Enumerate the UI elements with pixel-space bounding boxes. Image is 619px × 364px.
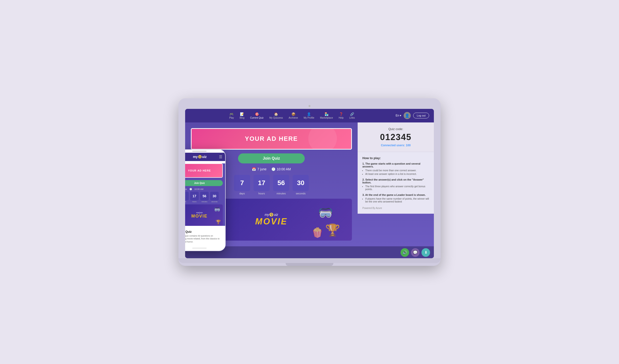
countdown-seconds: 30 seconds: [293, 175, 309, 195]
myquiz-rest: uiz: [274, 213, 278, 217]
laptop-container: 🎮 Play 📝 Blog 🎯 Current Quiz 🏠 My Quizze…: [179, 98, 440, 266]
phone-oscar-icon: 🏆: [216, 219, 221, 225]
phone-seconds-num: 30: [210, 192, 219, 200]
nav-item-help[interactable]: ❓ Help: [336, 111, 346, 120]
nav-right: En ▾ 👤 Log out: [396, 112, 429, 119]
nav-item-my-profile[interactable]: 👤 My Profile: [301, 111, 317, 120]
quiz-code-box: Quiz code: 012345 Connected users: 100: [358, 123, 434, 152]
how-to-bullet-1-2: At least one answer option in a list is …: [365, 172, 429, 175]
sound-button[interactable]: 🔊: [401, 248, 409, 257]
phone-minutes-num: 56: [200, 192, 209, 200]
phone-count-days: 7 days: [185, 192, 189, 202]
how-to-play: How to play: 1. The game starts with a q…: [358, 152, 434, 214]
how-to-heading-3: 3. At the end of the game a Leader board…: [362, 194, 429, 196]
nav-items: 🎮 Play 📝 Blog 🎯 Current Quiz 🏠 My Quizze…: [190, 111, 394, 120]
time-value: 10:00 AM: [277, 167, 291, 171]
nav-item-my-quizzess[interactable]: 🏠 My Quizzess: [267, 111, 285, 120]
chat-icon: 💬: [413, 250, 418, 255]
archieve-icon: 📦: [291, 112, 295, 116]
quiz-code-number: 012345: [362, 132, 429, 142]
phone-logo-text: my: [193, 155, 198, 159]
hours-label: hours: [258, 192, 265, 195]
hours-number: 17: [253, 175, 270, 191]
phone-date: 7 june: [185, 188, 187, 190]
countdown-days: 7 days: [234, 175, 250, 195]
myquiz-q-icon: Q: [269, 213, 273, 217]
lang-selector[interactable]: En ▾: [396, 114, 401, 117]
laptop-camera: [309, 105, 310, 107]
phone-overlay: 🔔 my Q uiz ☰ YOUR AD HERE Join Quiz 📅: [185, 149, 226, 251]
nav-bar: 🎮 Play 📝 Blog 🎯 Current Quiz 🏠 My Quizze…: [185, 109, 434, 123]
download-button[interactable]: ⬇: [422, 248, 430, 257]
date-value: 7 june: [257, 167, 266, 171]
my-quizzess-icon: 🏠: [274, 112, 278, 116]
nav-label-marketplace: Marketplace: [320, 116, 333, 119]
phone-minutes-label: minutes: [202, 201, 208, 202]
nav-label-my-quizzess: My Quizzess: [269, 116, 283, 119]
days-number: 7: [234, 175, 250, 191]
phone-count-hours: 17 hours: [190, 192, 199, 202]
join-quiz-button[interactable]: Join Quiz: [238, 154, 305, 163]
popcorn-icon: 🍿: [311, 227, 323, 238]
phone-datetime: 📅 7 june 🕙 10:00 AM: [185, 188, 225, 192]
ad-banner: YOUR AD HERE: [191, 128, 352, 150]
phone-glasses-icon: 🥽: [214, 206, 220, 212]
nav-item-marketplace[interactable]: 🏪 Marketplace: [318, 111, 335, 120]
ad-text: YOUR AD HERE: [245, 135, 298, 142]
sound-icon: 🔊: [402, 250, 407, 255]
download-icon: ⬇: [424, 250, 427, 255]
quiz-code-label: Quiz code:: [362, 127, 429, 131]
date-item: 📅 7 june: [252, 167, 266, 171]
marketplace-icon: 🏪: [324, 112, 329, 116]
phone-hours-num: 17: [190, 192, 199, 200]
how-to-heading-2: 2. Select the answer(s) and click on the…: [362, 178, 429, 184]
how-to-title: How to play:: [362, 156, 429, 160]
phone-time: 10:00 AM: [195, 188, 203, 190]
countdown-minutes: 56 minutes: [273, 175, 289, 195]
nav-item-play[interactable]: 🎮 Play: [227, 111, 236, 120]
phone-join-quiz-button[interactable]: Join Quiz: [185, 180, 223, 186]
time-item: 🕙 10:00 AM: [271, 167, 291, 171]
nav-item-current-quiz[interactable]: 🎯 Current Quiz: [248, 111, 266, 120]
logout-button[interactable]: Log out: [413, 113, 429, 118]
connected-count: 100: [406, 144, 410, 147]
nav-label-help: Help: [338, 116, 344, 119]
nav-label-archieve: Archieve: [289, 116, 298, 119]
phone-ad-banner: YOUR AD HERE: [185, 163, 223, 178]
phone-hours-label: hours: [192, 201, 197, 202]
avatar[interactable]: 👤: [404, 112, 411, 119]
laptop-screen: 🎮 Play 📝 Blog 🎯 Current Quiz 🏠 My Quizze…: [185, 109, 434, 258]
phone-movie-title: MOVIE: [191, 214, 208, 219]
nav-item-blog[interactable]: 📝 Blog: [237, 111, 247, 120]
clock-icon: 🕙: [271, 167, 275, 171]
phone-movie-area: myQuiz MOVIE 🥽 🎬 🏆 🎫: [185, 204, 223, 226]
phone-movie-text: myQuiz MOVIE: [191, 211, 208, 219]
glasses-icon: 🥽: [318, 206, 333, 220]
nav-item-links[interactable]: 🔗 Links: [347, 111, 357, 120]
help-icon: ❓: [339, 112, 343, 116]
links-icon: 🔗: [350, 112, 354, 116]
phone-bottom-bar: [185, 246, 225, 251]
nav-label-current-quiz: Current Quiz: [250, 116, 264, 119]
phone-notch-bar: [192, 151, 207, 152]
phone-menu-icon[interactable]: ☰: [219, 154, 222, 159]
nav-label-play: Play: [229, 116, 234, 119]
seconds-label: seconds: [296, 192, 306, 195]
nav-label-my-profile: My Profile: [304, 116, 314, 119]
phone-movie-brand: myQuiz: [191, 211, 208, 214]
how-to-section-1: 1. The game starts with a question and s…: [362, 162, 429, 175]
lang-label: En: [396, 114, 399, 117]
nav-item-archieve[interactable]: 📦 Archieve: [286, 111, 300, 120]
lang-chevron-icon: ▾: [400, 114, 401, 117]
phone-home-bar: [192, 248, 207, 249]
days-label: days: [239, 192, 245, 195]
play-icon: 🎮: [229, 112, 234, 116]
phone-notch: [185, 150, 225, 153]
connected-label: Connected users:: [381, 144, 405, 147]
phone-ad-text: YOUR AD HERE: [188, 169, 211, 172]
phone-quiz-title: Movie Quiz: [185, 230, 222, 233]
phone-clock-icon: 🕙: [189, 188, 192, 190]
movie-title: MOVIE: [255, 217, 288, 226]
chat-button[interactable]: 💬: [411, 248, 420, 257]
calendar-icon: 📅: [252, 167, 256, 171]
